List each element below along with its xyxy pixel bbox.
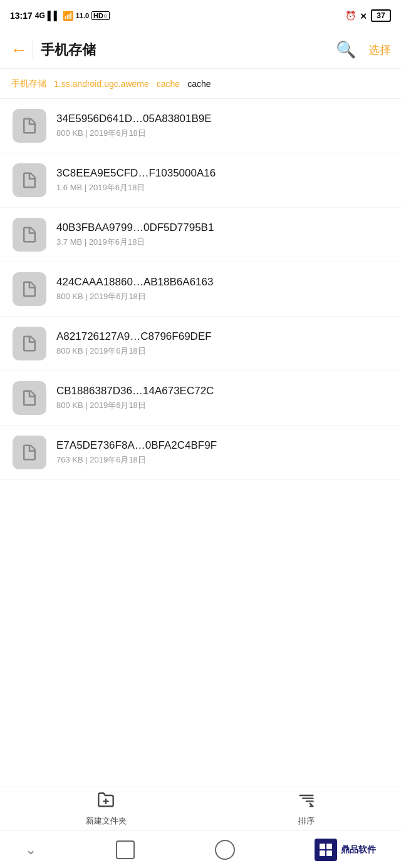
list-item[interactable]: 34E5956D641D…05A83801B9E 800 KB | 2019年6…	[0, 99, 401, 153]
file-info: 40B3FBAA9799…0DF5D7795B1 3.7 MB | 2019年6…	[56, 222, 388, 248]
list-item[interactable]: A821726127A9…C8796F69DEF 800 KB | 2019年6…	[0, 317, 401, 371]
document-icon	[20, 280, 39, 299]
new-folder-label: 新建文件夹	[86, 815, 127, 827]
status-right: ⏰ ⨯ 37	[345, 9, 391, 22]
status-bar: 13:17 4G ▌▌ 📶 11.0 HD○ ⏰ ⨯ 37	[0, 0, 401, 31]
file-info: 3C8EEA9E5CFD…F1035000A16 1.6 MB | 2019年6…	[56, 167, 388, 193]
file-name: 3C8EEA9E5CFD…F1035000A16	[56, 167, 388, 180]
file-info: A821726127A9…C8796F69DEF 800 KB | 2019年6…	[56, 330, 388, 357]
file-name: A821726127A9…C8796F69DEF	[56, 330, 388, 343]
title-divider	[33, 41, 33, 59]
svg-rect-6	[326, 844, 332, 849]
file-icon	[13, 381, 46, 415]
document-icon	[20, 443, 39, 462]
file-icon	[13, 272, 46, 306]
list-item[interactable]: 424CAAA18860…AB18B6A6163 800 KB | 2019年6…	[0, 262, 401, 317]
file-meta: 800 KB | 2019年6月18日	[56, 400, 388, 411]
file-info: E7A5DE736F8A…0BFA2C4BF9F 763 KB | 2019年6…	[56, 439, 388, 466]
page-title: 手机存储	[41, 41, 336, 59]
logo-svg	[318, 842, 333, 857]
file-name: 424CAAA18860…AB18B6A6163	[56, 276, 388, 288]
crumb-3[interactable]: cache	[184, 76, 214, 91]
select-button[interactable]: 选择	[368, 43, 391, 58]
file-name: CB1886387D36…14A673EC72C	[56, 385, 388, 397]
file-info: 34E5956D641D…05A83801B9E 800 KB | 2019年6…	[56, 113, 388, 139]
document-icon	[20, 389, 39, 407]
document-icon	[20, 225, 39, 244]
search-button[interactable]: 🔍	[336, 40, 356, 59]
signal-bars-icon: ▌▌	[48, 11, 60, 21]
file-icon	[13, 218, 46, 252]
nav-home-button[interactable]	[215, 840, 235, 860]
list-item[interactable]: 40B3FBAA9799…0DF5D7795B1 3.7 MB | 2019年6…	[0, 208, 401, 262]
file-info: CB1886387D36…14A673EC72C 800 KB | 2019年6…	[56, 385, 388, 411]
list-item[interactable]: 3C8EEA9E5CFD…F1035000A16 1.6 MB | 2019年6…	[0, 153, 401, 208]
alarm-icon: ⏰	[345, 11, 356, 21]
top-bar: ← 手机存储 🔍 选择	[0, 31, 401, 69]
nav-bar: ⌄ 鼎品软件	[0, 830, 401, 868]
crumb-2[interactable]: cache	[153, 76, 184, 91]
sort-button[interactable]: 排序	[298, 791, 315, 827]
breadcrumb: 手机存储 1.ss.android.ugc.aweme cache cache	[0, 69, 401, 99]
file-name: 40B3FBAA9799…0DF5D7795B1	[56, 222, 388, 234]
file-icon	[13, 327, 46, 360]
file-icon	[13, 436, 46, 469]
svg-rect-8	[326, 850, 332, 856]
new-folder-icon	[97, 791, 115, 813]
logo-icon	[315, 839, 337, 861]
file-name: 34E5956D641D…05A83801B9E	[56, 113, 388, 125]
file-meta: 1.6 MB | 2019年6月18日	[56, 182, 388, 193]
bluetooth-icon: ⨯	[360, 11, 367, 21]
battery-indicator: 37	[371, 9, 391, 22]
hd-badge: HD○	[91, 11, 110, 20]
svg-rect-5	[320, 844, 325, 849]
brand-logo: 鼎品软件	[315, 839, 376, 861]
nav-back-icon[interactable]: ⌄	[25, 842, 36, 858]
svg-rect-7	[320, 850, 325, 856]
file-name: E7A5DE736F8A…0BFA2C4BF9F	[56, 439, 388, 452]
document-icon	[20, 171, 39, 190]
status-left: 13:17 4G ▌▌ 📶 11.0 HD○	[10, 11, 110, 21]
back-button[interactable]: ←	[10, 40, 28, 60]
file-meta: 800 KB | 2019年6月18日	[56, 291, 388, 302]
list-item[interactable]: CB1886387D36…14A673EC72C 800 KB | 2019年6…	[0, 371, 401, 426]
speed-text: 11.0	[76, 12, 89, 19]
file-meta: 800 KB | 2019年6月18日	[56, 345, 388, 357]
crumb-0[interactable]: 手机存储	[8, 76, 50, 92]
file-meta: 3.7 MB | 2019年6月18日	[56, 237, 388, 248]
file-icon	[13, 163, 46, 197]
document-icon	[20, 334, 39, 353]
file-meta: 763 KB | 2019年6月18日	[56, 454, 388, 466]
crumb-1[interactable]: 1.ss.android.ugc.aweme	[50, 76, 153, 91]
nav-square-button[interactable]	[116, 840, 135, 859]
file-meta: 800 KB | 2019年6月18日	[56, 128, 388, 139]
new-folder-button[interactable]: 新建文件夹	[86, 791, 127, 827]
list-item[interactable]: E7A5DE736F8A…0BFA2C4BF9F 763 KB | 2019年6…	[0, 426, 401, 480]
sort-label: 排序	[298, 815, 315, 827]
signal-icon: 4G	[35, 11, 45, 20]
sort-icon	[298, 791, 315, 813]
file-info: 424CAAA18860…AB18B6A6163 800 KB | 2019年6…	[56, 276, 388, 302]
file-icon	[13, 109, 46, 143]
logo-text: 鼎品软件	[341, 844, 376, 855]
time-display: 13:17	[10, 11, 33, 21]
file-list: 34E5956D641D…05A83801B9E 800 KB | 2019年6…	[0, 99, 401, 480]
wifi-icon: 📶	[63, 11, 73, 21]
document-icon	[20, 116, 39, 135]
bottom-toolbar: 新建文件夹 排序	[0, 787, 401, 830]
